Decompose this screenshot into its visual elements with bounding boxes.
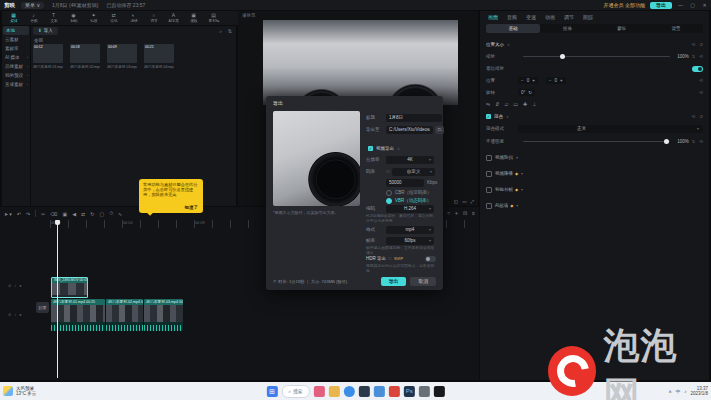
undo-icon[interactable]: ↶ [17, 211, 21, 217]
taskbar-app-store[interactable] [374, 386, 385, 397]
lock-track-icon[interactable]: ● [19, 283, 21, 288]
redo-icon[interactable]: ↺ [699, 114, 703, 119]
split-icon[interactable]: ✂ [41, 211, 45, 217]
bitrate-input[interactable] [386, 179, 424, 187]
mirror-icon[interactable]: ⇄ [81, 211, 85, 217]
plus-icon[interactable]: + [560, 78, 563, 83]
cancel-button[interactable]: 取消 [410, 277, 436, 286]
codec-dropdown[interactable]: H.264 ▾ [386, 205, 434, 213]
sort-icon[interactable]: ⇅ [228, 28, 232, 34]
taskbar-app-pdf[interactable] [389, 386, 400, 397]
start-button[interactable]: ⊞ [266, 386, 277, 397]
menu-button[interactable]: 菜单 ∨ [21, 2, 44, 9]
denoise-checkbox[interactable] [486, 171, 492, 177]
taskbar-search[interactable]: ⌕ 搜索 [281, 385, 309, 398]
tab-effects[interactable]: ✦特效 [84, 13, 103, 23]
tab-adjustment[interactable]: 调节 [564, 14, 574, 20]
hdr-toggle[interactable] [425, 256, 436, 262]
sidebar-item-ai-media[interactable]: AI 媒体› [2, 53, 30, 62]
reset-icon[interactable]: ⟲ [691, 114, 695, 119]
sidebar-item-local[interactable]: 本地 [3, 26, 29, 35]
taskbar-app-ps[interactable]: Ps [404, 386, 415, 397]
tab-templates[interactable]: ▣模板 [184, 13, 203, 23]
sidebar-item-brand[interactable]: 品牌素材› [2, 62, 30, 71]
tab-transitions[interactable]: ⇄转场 [104, 13, 123, 23]
rotate-icon[interactable]: ↻ [90, 211, 94, 217]
reset-icon[interactable]: ⟲ [699, 54, 703, 59]
opacity-slider[interactable] [523, 141, 670, 143]
vip-banner[interactable]: 开通会员 全部功能 [604, 2, 645, 8]
taskbar-app-photos[interactable] [359, 386, 370, 397]
got-it-button[interactable]: 知道了 [185, 205, 199, 210]
close-icon[interactable]: ✕ [701, 2, 708, 8]
tab-sticker[interactable]: ◉贴纸 [64, 13, 83, 23]
ai-upscale-checkbox[interactable] [486, 203, 492, 209]
rotate-stepper[interactable]: 0° ↻ [518, 89, 535, 96]
media-clip-thumbnail[interactable]: 00:09 [107, 44, 137, 63]
stabilize-section[interactable]: 视频防抖 ▾ [486, 153, 703, 162]
video-export-row[interactable]: ✓ 视频导出 ∨ [368, 144, 400, 153]
cover-button[interactable]: 封面 [36, 302, 49, 313]
freeze-frame-icon[interactable]: ▣ [62, 211, 67, 217]
add-keyframe-icon[interactable]: ✚ [523, 101, 527, 107]
redo-icon[interactable]: ↷ [26, 211, 30, 217]
frame-interpolation-checkbox[interactable] [486, 187, 492, 193]
tab-audio[interactable]: ♪音频 [24, 13, 43, 23]
snap-icon[interactable]: ⌖ [455, 210, 458, 217]
crop-icon[interactable]: ▭ [513, 101, 518, 107]
sidebar-item-live[interactable]: 直播素材› [2, 80, 30, 89]
tab-audio-props[interactable]: 音频 [507, 14, 517, 20]
reverse-icon[interactable]: ◀ [72, 211, 76, 217]
minus-icon[interactable]: − [521, 78, 524, 83]
subtab-cutout[interactable]: 抠像 [540, 24, 594, 33]
slider-knob[interactable] [664, 139, 669, 144]
fps-dropdown[interactable]: 60fps ▾ [386, 237, 434, 245]
speed-icon[interactable]: ⏱ [109, 210, 113, 217]
folder-browse-icon[interactable]: 🗀 [435, 126, 444, 134]
tab-material-pack[interactable]: ▤素材包 [204, 13, 223, 23]
video-export-checkbox[interactable]: ✓ [368, 146, 373, 151]
flip-horizontal-icon[interactable]: ⇋ [486, 101, 490, 107]
select-tool-caret-icon[interactable]: ▾ [9, 211, 12, 217]
audio-tool-icon[interactable]: ∿ [118, 211, 122, 217]
search-icon[interactable]: ⌕ [219, 28, 222, 35]
subtab-basic[interactable]: 基础 [486, 24, 540, 33]
main-track-clip[interactable]: 4K汽车素材-02.mp4 00:18 [106, 299, 143, 331]
stepper-icon[interactable]: ⇅ [692, 54, 695, 59]
taskbar-app-widgets[interactable] [314, 386, 325, 397]
title-input[interactable] [386, 114, 442, 122]
blend-mode-dropdown[interactable]: 正常 ▾ [518, 125, 703, 133]
lock-track-icon[interactable]: ● [19, 312, 21, 317]
tab-adjust[interactable]: ☼调节 [144, 13, 163, 23]
track-height-icon[interactable]: ≡ [472, 210, 475, 217]
link-icon[interactable]: ⊡ [463, 210, 467, 217]
blend-section-header[interactable]: ✓ 混合 ∨ ⟲ ↺ [486, 112, 703, 121]
export-confirm-button[interactable]: 导出 [381, 277, 407, 286]
export-path-input[interactable] [386, 126, 433, 134]
flip-vertical-icon[interactable]: ⇵ [495, 101, 499, 107]
select-tool-icon[interactable]: ➤ [4, 211, 8, 217]
reset-icon[interactable]: ⟲ [691, 42, 695, 47]
tab-ai-captions[interactable]: AAI字幕 [164, 13, 183, 23]
scale-slider[interactable] [523, 56, 670, 58]
import-button[interactable]: ⬇导入 [33, 27, 58, 35]
sidebar-item-library[interactable]: 素材库 [2, 44, 30, 53]
fullscreen-icon[interactable]: ⤢ [470, 199, 474, 204]
maximize-icon[interactable]: ▢ [689, 2, 696, 8]
weather-widget[interactable]: 大风预警 13°C 多云 [3, 386, 36, 396]
frame-interpolation-section[interactable]: 智能补帧 ◆ ▾ [486, 185, 703, 194]
taskbar-app-edge[interactable] [344, 386, 355, 397]
hide-track-icon[interactable]: ⊘ [8, 283, 11, 288]
blend-checkbox[interactable]: ✓ [486, 114, 491, 119]
media-clip-thumbnail[interactable]: 00:21 [144, 44, 174, 63]
format-dropdown[interactable]: mp4 ▾ [386, 226, 434, 234]
main-track-clip[interactable]: 4K汽车素材-03.mp4 00:12 [144, 299, 183, 331]
reset-icon[interactable]: ⟲ [699, 90, 703, 95]
minimize-icon[interactable]: — [677, 2, 684, 8]
bitrate-mode-dropdown[interactable]: 自定义 ▾ [392, 168, 435, 176]
tab-tracking[interactable]: 跟踪 [583, 14, 593, 20]
mute-track-icon[interactable]: ♪ [14, 312, 16, 317]
delete-icon[interactable]: ⌫ [50, 211, 57, 217]
export-button-top[interactable]: 导出 [650, 2, 672, 9]
magnet-icon[interactable]: ⌗ [447, 210, 450, 217]
